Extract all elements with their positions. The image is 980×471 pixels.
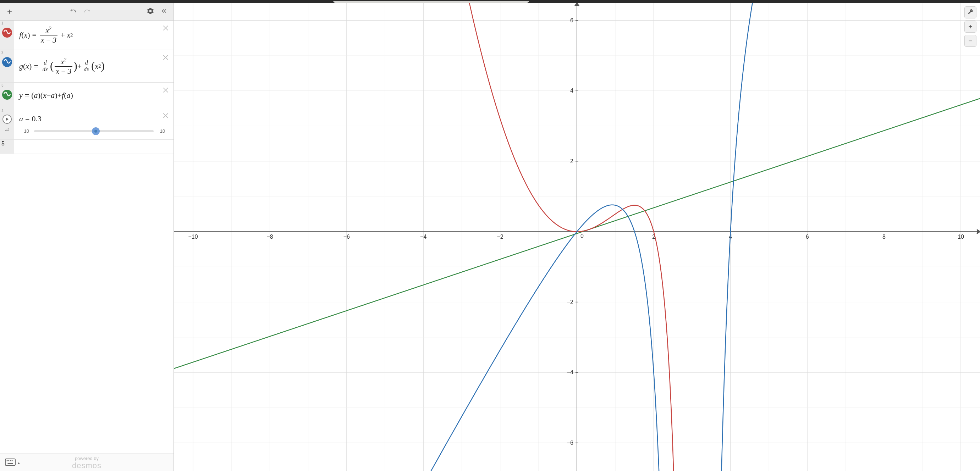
wrench-icon [967,8,974,17]
svg-text:4: 4 [570,87,573,94]
minus-icon: − [968,37,972,45]
svg-rect-1 [7,460,8,461]
add-expression-button[interactable] [3,5,16,19]
graph-svg: −10−8−6−4−2246810−6−4−22460 [174,3,980,471]
svg-text:6: 6 [570,17,573,24]
expression-index: 2 [2,51,3,55]
svg-rect-3 [10,460,11,461]
zoom-in-button[interactable]: + [964,21,977,33]
slider-play-button[interactable] [3,114,12,124]
slider-max-label[interactable]: 10 [156,128,169,134]
expression-index: 4 [2,109,3,113]
expression-math[interactable]: a=0.3 [14,108,173,125]
expression-math[interactable]: g(x)= ddx ( x2x − 3 ) + ddx (x2) [14,50,173,82]
gear-icon [147,8,154,16]
expression-math[interactable]: y=(a)(x − a)+f(a) [14,82,173,108]
expression-row-empty[interactable]: 5 [0,140,173,154]
slider-value: 0.3 [32,114,41,124]
wave-icon [3,29,11,36]
chevron-double-left-icon [161,8,167,16]
svg-text:−8: −8 [266,234,273,240]
delete-expression-button[interactable] [162,24,170,32]
close-icon [162,89,170,95]
svg-text:−6: −6 [567,440,573,446]
svg-text:−10: −10 [188,234,198,240]
collapse-panel-button[interactable] [157,5,171,19]
loop-icon: ⇄ [5,127,9,132]
svg-text:−4: −4 [420,234,426,240]
svg-text:−6: −6 [344,234,350,240]
expression-color-toggle[interactable] [2,28,12,38]
graph-viewport[interactable]: −10−8−6−4−2246810−6−4−22460 + − [174,3,980,471]
svg-text:−2: −2 [497,234,503,240]
zoom-out-button[interactable]: − [964,35,977,47]
redo-button[interactable] [80,5,94,19]
play-icon [5,116,9,122]
close-icon [162,27,170,33]
expression-index: 5 [2,140,5,147]
delete-expression-button[interactable] [162,112,170,119]
browser-tab-strip [0,0,980,3]
wave-icon [3,59,11,65]
expression-row[interactable]: 3 y=(a)(x − a)+f(a) [0,82,173,108]
expression-panel: 1 f(x)= x2x − 3 + x2 [0,3,174,471]
keyboard-toggle-button[interactable]: ▴ [5,458,20,468]
expression-list: 1 f(x)= x2x − 3 + x2 [0,21,173,453]
graph-settings-button[interactable] [964,6,977,19]
slider-track[interactable] [34,130,154,132]
plus-icon: + [968,23,972,31]
svg-text:−4: −4 [567,369,573,375]
svg-text:2: 2 [570,158,573,164]
slider-mode-button[interactable]: ⇄ [5,127,9,132]
svg-text:−2: −2 [567,299,573,305]
svg-text:8: 8 [883,234,886,240]
expression-row[interactable]: 1 f(x)= x2x − 3 + x2 [0,21,173,50]
svg-rect-5 [8,463,13,464]
powered-by-label: powered by desmos [0,454,173,470]
expression-math[interactable]: f(x)= x2x − 3 + x2 [14,21,173,50]
delete-expression-button[interactable] [162,54,170,61]
expression-index: 1 [2,21,3,25]
wave-icon [3,92,11,98]
slider-container: −10 10 [14,125,173,140]
expression-row[interactable]: 4 ⇄ [0,108,173,140]
svg-rect-0 [5,459,15,466]
svg-rect-4 [12,460,13,461]
slider-min-label[interactable]: −10 [18,128,32,134]
close-icon [162,114,170,121]
slider-thumb[interactable] [92,127,100,135]
expression-color-toggle[interactable] [2,57,12,67]
svg-text:0: 0 [581,233,584,239]
svg-rect-2 [8,460,9,461]
svg-text:6: 6 [806,234,809,240]
undo-button[interactable] [67,5,80,19]
close-icon [162,56,170,62]
expression-color-toggle[interactable] [2,90,12,100]
settings-button[interactable] [144,5,157,19]
delete-expression-button[interactable] [162,86,170,94]
svg-text:10: 10 [958,234,964,240]
keyboard-icon [5,458,16,468]
caret-up-icon: ▴ [18,460,20,465]
expression-index: 3 [2,83,3,87]
panel-toolbar [0,3,173,21]
expression-row[interactable]: 2 g(x)= ddx ( x2x − 3 ) [0,50,173,82]
